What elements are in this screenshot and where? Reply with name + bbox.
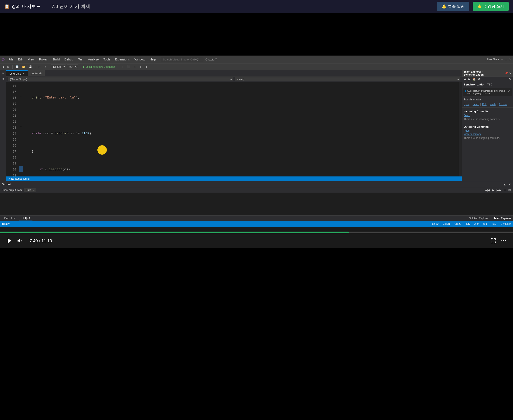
output-header: Output ▲ ✕ — [0, 181, 513, 187]
tab-close-lecture8c[interactable]: ✕ — [23, 72, 25, 75]
pull-link[interactable]: Pull — [482, 103, 487, 106]
menu-debug[interactable]: Debug — [62, 57, 75, 62]
output-close-btn[interactable]: ✕ — [508, 182, 511, 187]
rpanel-home-btn[interactable]: 🏠 — [472, 77, 476, 81]
toolbar-open[interactable]: 📂 — [21, 65, 27, 69]
maximize-button[interactable]: ▭ — [505, 58, 507, 61]
debug-mode-select[interactable]: Debug — [51, 65, 66, 69]
rpanel-forward-btn[interactable]: ▶ — [468, 77, 471, 81]
svg-point-3 — [503, 240, 504, 241]
menu-view[interactable]: View — [26, 57, 37, 62]
code-content[interactable]: printf("Enter text :\n"); while ((c = ge… — [23, 82, 459, 176]
close-button[interactable]: ✕ — [509, 58, 511, 61]
panel-pin-button[interactable]: 📌 — [505, 72, 508, 75]
lecture-title: 7.8 단어 세기 예제 — [52, 3, 90, 10]
editor-scrollbar[interactable] — [459, 82, 462, 176]
toolbar-back[interactable]: ◀ — [1, 65, 5, 69]
toolbar-new[interactable]: 📄 — [14, 65, 20, 69]
toolbar-step-over[interactable]: ⏭ — [132, 65, 138, 69]
dashboard-link[interactable]: 📋 강의 대시보드 — [4, 3, 41, 10]
solution-explorer-tab[interactable]: Solution Explorer — [469, 217, 488, 220]
menu-build[interactable]: Build — [51, 57, 62, 62]
toolbar-forward[interactable]: ▶ — [6, 65, 11, 69]
output-collapse-btn[interactable]: ▲ — [503, 182, 507, 187]
minimize-button[interactable]: ─ — [501, 58, 503, 61]
sidebar-server-icon[interactable]: ⊞ — [1, 71, 5, 76]
ide-container: ⬡ File Edit View Project Build Debug Tes… — [0, 56, 513, 227]
right-panel: Team Explorer - Synchronization 📌 ✕ ◀ ▶ … — [462, 70, 513, 181]
right-panel-header: Team Explorer - Synchronization 📌 ✕ — [462, 70, 513, 76]
no-issues-icon: ✓ — [8, 177, 10, 180]
team-explorer-tab[interactable]: Team Explorer — [494, 217, 511, 220]
menu-window[interactable]: Window — [132, 57, 147, 62]
menu-analyze[interactable]: Analyze — [86, 57, 101, 62]
toolbar-step-in[interactable]: ⬇ — [138, 65, 143, 69]
incoming-sub-links: Fetch — [462, 113, 513, 117]
tab-lecture8[interactable]: Lecture8 — [28, 70, 45, 76]
alarm-icon: 🔔 — [442, 4, 446, 9]
error-list-tab[interactable]: Error List — [2, 216, 18, 220]
review-button[interactable]: ⭐ 수강평 쓰기 — [473, 2, 509, 11]
rpanel-settings-btn[interactable]: ⚙ — [508, 77, 512, 81]
output-tb-2[interactable]: ▶ — [492, 188, 495, 192]
toolbar-undo[interactable]: ↩ — [37, 65, 42, 69]
collapse-arrow-23[interactable]: − — [20, 124, 22, 130]
rpanel-refresh-btn[interactable]: ↺ — [477, 77, 481, 81]
toolbar-debug-controls[interactable]: ⏸ — [120, 65, 125, 69]
output-title: Output — [2, 183, 11, 186]
menu-project[interactable]: Project — [37, 57, 51, 62]
ide-main: ⊞ ⚙ lecture8.c ✕ Lecture8 (Global Scope) — [0, 70, 513, 181]
vs-search-input[interactable] — [161, 57, 203, 62]
toolbar: ◀ ▶ 📄 📂 💾 ↩ ↪ Debug x64 ▶ Local Windows … — [0, 63, 513, 70]
view-summary-link[interactable]: View Summary — [464, 133, 511, 136]
toolbar-save[interactable]: 💾 — [28, 65, 33, 69]
info-close-button[interactable]: ✕ — [507, 90, 510, 93]
code-line-18: while ((c = getchar()) != STOP) — [23, 131, 459, 137]
top-bar-right: 🔔 학습 알림 ⭐ 수강평 쓰기 — [437, 2, 509, 11]
fetch-sub-link[interactable]: Fetch — [464, 114, 511, 117]
output-tb-5[interactable]: ⊡ — [508, 188, 511, 192]
toolbar-stop[interactable]: ⬛ — [126, 65, 132, 69]
toolbar-redo[interactable]: ↪ — [43, 65, 47, 69]
output-tb-3[interactable]: ▶▶ — [496, 188, 502, 192]
output-tb-4[interactable]: ☰ — [503, 188, 507, 192]
toolbar-step-out[interactable]: ⬆ — [144, 65, 149, 69]
right-panel-toolbar: ◀ ▶ 🏠 ↺ ⚙ — [462, 76, 513, 82]
menu-edit[interactable]: Edit — [16, 57, 25, 62]
alarm-button[interactable]: 🔔 학습 알림 — [437, 2, 469, 11]
sidebar-git-icon[interactable]: ⚙ — [1, 76, 5, 81]
tab-lecture8c[interactable]: lecture8.c ✕ — [6, 70, 28, 76]
collapse-arrow-18[interactable]: − — [20, 94, 22, 100]
output-tab[interactable]: Output — [19, 216, 32, 220]
more-options-button[interactable] — [501, 238, 507, 244]
output-tb-1[interactable]: ◀◀ — [485, 188, 490, 192]
actions-link[interactable]: Actions — [499, 103, 507, 106]
output-source-select[interactable]: Build — [24, 188, 36, 192]
push-link[interactable]: Push — [490, 103, 496, 106]
code-editor[interactable]: 16 17 18 19 20 21 22 23 24 25 26 27 28 2… — [6, 82, 462, 176]
menu-tools[interactable]: Tools — [101, 57, 112, 62]
code-line-20: if (!isspace(c)) — [23, 167, 459, 172]
toolbar-start-debug[interactable]: ▶ Local Windows Debugger — [82, 65, 116, 69]
push-sub-link[interactable]: Push — [464, 129, 511, 132]
menu-test[interactable]: Test — [76, 57, 86, 62]
sync-link[interactable]: Sync — [464, 103, 469, 106]
fetch-link[interactable]: Fetch — [473, 103, 479, 106]
bottom-tabs: Error List Output Solution Explorer | Te… — [0, 215, 513, 221]
sync-action-links: Sync | Fetch | Pull | Push | Actions — [462, 102, 513, 107]
panel-close-button[interactable]: ✕ — [509, 72, 511, 75]
progress-bar[interactable] — [0, 232, 513, 233]
rpanel-back-btn[interactable]: ◀ — [463, 77, 467, 81]
menu-extensions[interactable]: Extensions — [113, 57, 132, 62]
tab-label-lecture8c: lecture8.c — [9, 72, 21, 75]
fullscreen-button[interactable] — [490, 238, 496, 244]
play-button[interactable] — [6, 238, 13, 244]
volume-button[interactable] — [17, 238, 23, 244]
arch-select[interactable]: x64 — [67, 65, 78, 69]
scope-select-global[interactable]: (Global Scope) — [8, 77, 233, 81]
status-bar: Ready Ln 30 Col 31 Ch 22 INS ⚠ 0 ✕ 1 TBC… — [0, 221, 513, 227]
menu-file[interactable]: File — [6, 57, 15, 62]
scope-select-function[interactable]: main() — [235, 77, 460, 81]
progress-fill — [0, 232, 349, 233]
menu-help[interactable]: Help — [148, 57, 158, 62]
